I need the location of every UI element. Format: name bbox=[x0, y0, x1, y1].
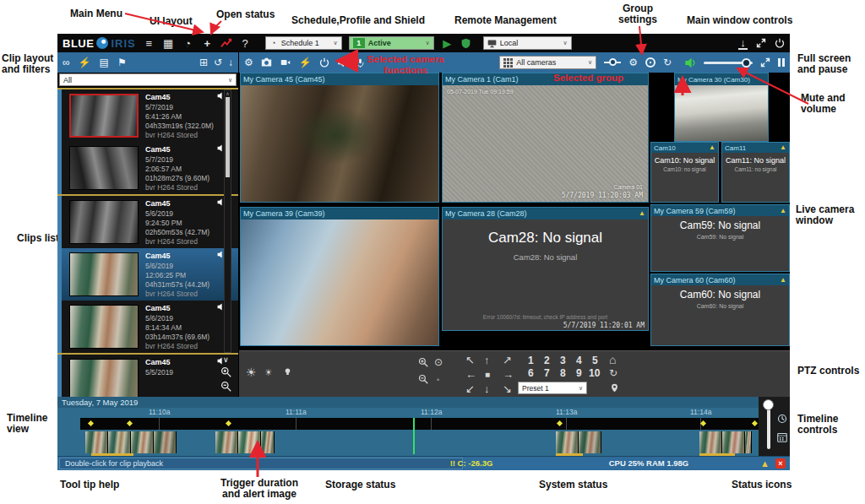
ptz-down-right[interactable]: ↘ bbox=[503, 383, 512, 394]
status-warning-icon[interactable]: ▲ bbox=[760, 458, 770, 469]
clock-status-icon[interactable]: ◔ bbox=[182, 38, 194, 49]
ptz-left[interactable]: ← bbox=[465, 369, 476, 380]
preset-6-button[interactable]: 6 bbox=[528, 368, 534, 378]
preset-5-button[interactable]: 5 bbox=[592, 355, 598, 366]
camera-tile-cam39[interactable]: My Camera 39 (Cam39) bbox=[240, 207, 439, 346]
record-camcorder-icon[interactable] bbox=[280, 57, 291, 68]
clip-list-icon[interactable]: ▤ bbox=[100, 57, 109, 68]
camera-mute-speaker-icon[interactable] bbox=[337, 57, 348, 68]
clip-thumbnail[interactable] bbox=[69, 146, 139, 190]
timeline-alert-thumbnails[interactable] bbox=[699, 431, 752, 453]
volume-slider[interactable] bbox=[704, 62, 753, 64]
camera-tile-cam30[interactable]: My Camera 30 (Cam30) bbox=[674, 73, 769, 142]
ptz-home-icon[interactable]: ⌂ bbox=[609, 354, 616, 366]
clip-thumbnail[interactable] bbox=[69, 305, 139, 349]
clip-thumbnail[interactable] bbox=[69, 94, 139, 138]
preset-1-button[interactable]: 1 bbox=[528, 355, 534, 366]
flag-icon[interactable]: ⚑ bbox=[117, 57, 127, 68]
sort-history-icon[interactable]: ↺ bbox=[214, 57, 222, 68]
refresh-icon[interactable]: ↻ bbox=[663, 57, 672, 68]
camera-power-icon[interactable] bbox=[319, 57, 329, 68]
timeline-clock-icon[interactable] bbox=[777, 414, 787, 424]
main-fullscreen-icon[interactable] bbox=[760, 57, 770, 68]
clip-thumbnail[interactable] bbox=[69, 200, 139, 244]
ptz-right[interactable]: → bbox=[503, 369, 514, 380]
ptz-up-left[interactable]: ↖ bbox=[465, 355, 475, 366]
ir-bulb-icon[interactable] bbox=[283, 366, 292, 377]
remote-management-dropdown[interactable]: Local ∨ bbox=[483, 36, 572, 50]
camera-tile-cam60[interactable]: My Camera 60 (Cam60)▲ Cam60: No signal C… bbox=[650, 274, 790, 346]
move-layout-icon[interactable]: + bbox=[201, 38, 214, 49]
camera-tile-cam10[interactable]: Cam10▲ Cam10: No signal Cam10: no signal bbox=[650, 142, 719, 203]
clip-row[interactable]: Cam45 5/6/2019 8:14:34 AM 03h14m37s (69.… bbox=[57, 301, 238, 353]
ptz-stop[interactable]: ■ bbox=[485, 371, 490, 379]
preset-dropdown[interactable]: Preset 1 ∨ bbox=[518, 382, 587, 394]
timeline-calendar-icon[interactable] bbox=[777, 432, 787, 442]
status-close-icon[interactable]: × bbox=[775, 458, 786, 469]
cycle-toggle-icon[interactable] bbox=[604, 58, 621, 67]
ptz-location-pin-icon[interactable] bbox=[610, 382, 619, 393]
camera-tile-cam59[interactable]: My Camera 59 (Cam59)▲ Cam59: No signal C… bbox=[650, 204, 790, 272]
power-icon[interactable] bbox=[775, 38, 785, 48]
profile-override-icon[interactable] bbox=[645, 57, 656, 68]
camera-tile-cam11[interactable]: Cam11▲ Cam11: No signal Cam11: no signal bbox=[721, 142, 790, 203]
clips-scroll-down-icon[interactable]: ∨ bbox=[223, 355, 229, 364]
preset-4-button[interactable]: 4 bbox=[576, 355, 582, 366]
volume-slider-knob[interactable] bbox=[742, 58, 751, 68]
ptz-up[interactable]: ↑ bbox=[484, 355, 490, 366]
export-download-icon[interactable]: ↓ bbox=[228, 57, 233, 68]
pause-icon[interactable] bbox=[778, 58, 785, 67]
camera-tile-cam1[interactable]: My Camera 1 (Cam1) 05-07-2019 Tue 09:19:… bbox=[442, 73, 649, 203]
clip-row[interactable]: Cam45 5/7/2019 2:06:57 AM 01h28m27s (9.6… bbox=[57, 142, 238, 194]
snapshot-camera-icon[interactable] bbox=[261, 57, 272, 68]
preset-7-button[interactable]: 7 bbox=[544, 368, 550, 378]
clip-row[interactable]: Cam45 5/7/2019 6:41:26 AM 04h33m19s (322… bbox=[57, 89, 238, 142]
zoom-out-icon[interactable] bbox=[220, 381, 231, 392]
clip-thumbnail[interactable] bbox=[69, 359, 139, 397]
calendar-icon[interactable]: ⊞ bbox=[199, 57, 208, 68]
preset-8-button[interactable]: 8 bbox=[560, 368, 566, 378]
timeline-playhead[interactable] bbox=[413, 418, 415, 454]
ptz-down[interactable]: ↓ bbox=[484, 383, 490, 394]
timeline-zoom-knob[interactable] bbox=[763, 399, 774, 410]
timeline-scale[interactable] bbox=[80, 418, 759, 430]
scroll-up-icon[interactable]: ∧ bbox=[225, 90, 231, 96]
group-settings-gear-icon[interactable]: ⚙ bbox=[628, 57, 638, 68]
binoculars-icon[interactable]: ∞ bbox=[63, 57, 70, 68]
ptz-zoom-in-icon[interactable] bbox=[418, 357, 428, 367]
brightness-icon[interactable]: ☀ bbox=[246, 366, 257, 378]
status-graph-icon[interactable] bbox=[220, 37, 232, 49]
preset-2-button[interactable]: 2 bbox=[544, 355, 550, 366]
ptz-cycle-icon[interactable]: ↻ bbox=[609, 368, 617, 378]
clips-scrollbar-thumb[interactable] bbox=[226, 97, 230, 177]
iris-icon[interactable]: ⊙ bbox=[434, 357, 443, 367]
ui-layout-icon[interactable]: ▦ bbox=[162, 38, 175, 49]
focus-dot-icon[interactable]: • bbox=[437, 377, 439, 384]
camera-tile-cam28[interactable]: My Camera 28 (Cam28)▲ Cam28: No signal C… bbox=[442, 207, 649, 331]
clip-row[interactable]: Cam45 5/5/2019 bbox=[57, 355, 238, 397]
clip-thumbnail[interactable] bbox=[69, 252, 139, 296]
preset-9-button[interactable]: 9 bbox=[576, 368, 582, 378]
timeline-alert-thumbnails[interactable] bbox=[215, 431, 275, 453]
camera-settings-gear-icon[interactable]: ⚙ bbox=[244, 57, 253, 68]
timeline-alert-thumbnails[interactable] bbox=[85, 431, 177, 453]
volume-speaker-icon[interactable] bbox=[684, 57, 696, 68]
clip-row-selected[interactable]: Cam45 5/6/2019 12:06:25 PM 04h31m57s (44… bbox=[57, 248, 238, 301]
timeline[interactable]: Tuesday, 7 May 2019 11:10a 11:11a 11:12a… bbox=[57, 397, 790, 456]
traffic-play-icon[interactable]: ▶ bbox=[441, 38, 454, 49]
zoom-in-icon[interactable] bbox=[220, 366, 231, 377]
main-menu-icon[interactable]: ≡ bbox=[143, 38, 155, 49]
preset-3-button[interactable]: 3 bbox=[560, 355, 566, 366]
ptz-down-left[interactable]: ↙ bbox=[465, 383, 475, 394]
clip-filter-dropdown[interactable]: All ∨ bbox=[59, 73, 237, 86]
camera-tile-cam45[interactable]: My Camera 45 (Cam45) bbox=[240, 73, 439, 203]
profile-dropdown[interactable]: 1 Active ∨ bbox=[349, 36, 434, 50]
clips-scrollbar[interactable]: ∧ bbox=[224, 89, 231, 353]
trigger-lightning-icon[interactable]: ⚡ bbox=[299, 57, 312, 68]
lightning-icon[interactable]: ⚡ bbox=[79, 57, 91, 68]
contrast-icon[interactable]: ☀ bbox=[264, 368, 273, 377]
download-update-icon[interactable]: ↓ bbox=[738, 37, 748, 50]
ptz-up-right[interactable]: ↗ bbox=[503, 355, 512, 366]
clip-row[interactable]: Cam45 5/6/2019 9:24:50 PM 02h50m53s (42.… bbox=[57, 196, 238, 248]
group-dropdown[interactable]: All cameras ∨ bbox=[499, 56, 596, 69]
